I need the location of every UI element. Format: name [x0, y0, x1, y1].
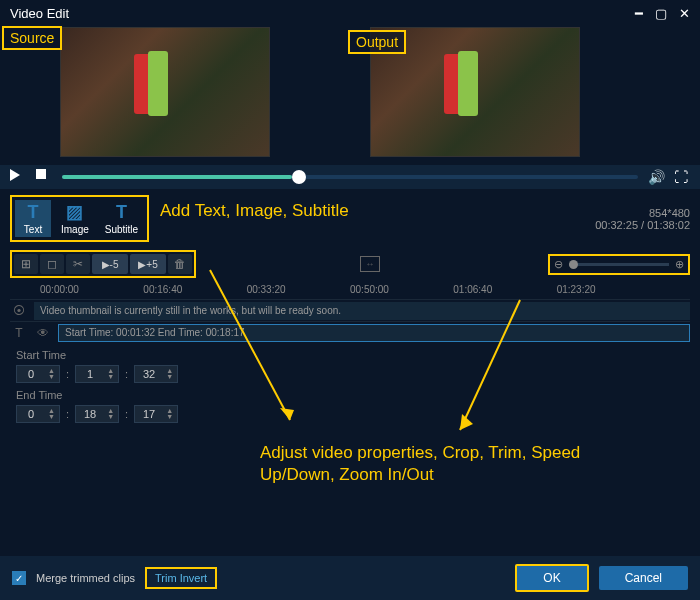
ok-button[interactable]: OK: [515, 564, 588, 592]
start-time-label: Start Time: [16, 349, 684, 361]
crop-button[interactable]: ◻: [40, 254, 64, 274]
start-hour-spinner[interactable]: ▲▼: [16, 365, 60, 383]
properties-button[interactable]: ⊞: [14, 254, 38, 274]
tick: 00:50:00: [350, 284, 453, 295]
tool-row: T Text ▨ Image T Subtitle Add Text, Imag…: [0, 189, 700, 248]
spinner-arrows[interactable]: ▲▼: [48, 408, 55, 420]
end-min-input[interactable]: [80, 408, 100, 420]
progress-slider[interactable]: [62, 175, 638, 179]
clip-track-content: Start Time: 00:01:32 End Time: 00:18:17: [58, 324, 690, 342]
text-icon: T: [21, 202, 45, 222]
end-sec-input[interactable]: [139, 408, 159, 420]
tick: 01:06:40: [453, 284, 556, 295]
play-icon: [10, 169, 20, 181]
play-button[interactable]: [10, 169, 26, 185]
zoom-group: ⊖ ⊕: [548, 254, 690, 275]
spinner-arrows[interactable]: ▲▼: [107, 368, 114, 380]
overlay-tool-group: T Text ▨ Image T Subtitle: [10, 195, 149, 242]
speed-up-button[interactable]: ▶+5: [130, 254, 166, 274]
resolution-info: 854*480 00:32:25 / 01:38:02: [595, 207, 690, 231]
source-label-annotation: Source: [2, 26, 62, 50]
spinner-arrows[interactable]: ▲▼: [166, 408, 173, 420]
end-sec-spinner[interactable]: ▲▼: [134, 405, 178, 423]
window-controls: ━ ▢ ✕: [635, 6, 690, 21]
tick: 00:16:40: [143, 284, 246, 295]
merge-clips-checkbox[interactable]: ✓: [12, 571, 26, 585]
end-hour-spinner[interactable]: ▲▼: [16, 405, 60, 423]
close-button[interactable]: ✕: [679, 6, 690, 21]
end-time-spinners: ▲▼ : ▲▼ : ▲▼: [16, 405, 684, 423]
colon: :: [66, 408, 69, 420]
image-tool-label: Image: [61, 224, 89, 235]
time-fields: Start Time ▲▼ : ▲▼ : ▲▼ End Time ▲▼ : ▲▼…: [0, 343, 700, 435]
progress-thumb[interactable]: [292, 170, 306, 184]
image-tool[interactable]: ▨ Image: [55, 200, 95, 237]
tick: 00:33:20: [247, 284, 350, 295]
maximize-button[interactable]: ▢: [655, 6, 667, 21]
colon: :: [125, 408, 128, 420]
end-hour-input[interactable]: [21, 408, 41, 420]
annotation-adjust: Adjust video properties, Crop, Trim, Spe…: [260, 442, 590, 486]
video-track-content: Video thumbnail is currently still in th…: [34, 302, 690, 320]
volume-icon[interactable]: 🔊: [648, 169, 664, 185]
timeline-ruler: 00:00:00 00:16:40 00:33:20 00:50:00 01:0…: [0, 280, 700, 299]
colon: :: [125, 368, 128, 380]
start-time-spinners: ▲▼ : ▲▼ : ▲▼: [16, 365, 684, 383]
tick: 00:00:00: [40, 284, 143, 295]
video-track-icon: ⦿: [10, 304, 28, 318]
subtitle-tool-label: Subtitle: [105, 224, 138, 235]
spinner-arrows[interactable]: ▲▼: [166, 368, 173, 380]
end-time-label: End Time: [16, 389, 684, 401]
fullscreen-icon[interactable]: ⛶: [674, 169, 690, 185]
clip-track[interactable]: T 👁 Start Time: 00:01:32 End Time: 00:18…: [10, 321, 690, 343]
tick: 01:23:20: [557, 284, 660, 295]
clip-track-icon: T: [10, 326, 28, 340]
zoom-in-icon[interactable]: ⊕: [675, 258, 684, 271]
source-preview: [60, 27, 270, 157]
end-time-group: End Time ▲▼ : ▲▼ : ▲▼: [16, 389, 684, 423]
end-min-spinner[interactable]: ▲▼: [75, 405, 119, 423]
timecode-text: 00:32:25 / 01:38:02: [595, 219, 690, 231]
stop-icon: [36, 169, 46, 179]
speed-down-button[interactable]: ▶-5: [92, 254, 128, 274]
resolution-text: 854*480: [595, 207, 690, 219]
bottom-bar: ✓ Merge trimmed clips Trim Invert OK Can…: [0, 556, 700, 600]
cancel-button[interactable]: Cancel: [599, 566, 688, 590]
image-icon: ▨: [63, 202, 87, 222]
start-time-group: Start Time ▲▼ : ▲▼ : ▲▼: [16, 349, 684, 383]
video-track[interactable]: ⦿ Video thumbnail is currently still in …: [10, 299, 690, 321]
output-label-annotation: Output: [348, 30, 406, 54]
trim-button[interactable]: ✂: [66, 254, 90, 274]
text-tool-label: Text: [24, 224, 42, 235]
visibility-icon[interactable]: 👁: [34, 326, 52, 340]
start-sec-input[interactable]: [139, 368, 159, 380]
start-min-spinner[interactable]: ▲▼: [75, 365, 119, 383]
start-sec-spinner[interactable]: ▲▼: [134, 365, 178, 383]
start-min-input[interactable]: [80, 368, 100, 380]
delete-button[interactable]: 🗑: [168, 254, 192, 274]
annotation-add-overlay: Add Text, Image, Subtitle: [160, 201, 349, 221]
playback-bar: 🔊 ⛶: [0, 165, 700, 189]
zoom-out-icon[interactable]: ⊖: [554, 258, 563, 271]
spinner-arrows[interactable]: ▲▼: [48, 368, 55, 380]
window-title: Video Edit: [10, 6, 69, 21]
stop-button[interactable]: [36, 169, 52, 185]
subtitle-tool[interactable]: T Subtitle: [99, 200, 144, 237]
colon: :: [66, 368, 69, 380]
timeline-tracks: ⦿ Video thumbnail is currently still in …: [0, 299, 700, 343]
fit-view-button[interactable]: ↔: [360, 256, 380, 272]
merge-clips-label: Merge trimmed clips: [36, 572, 135, 584]
zoom-thumb[interactable]: [569, 260, 578, 269]
start-hour-input[interactable]: [21, 368, 41, 380]
progress-fill: [62, 175, 292, 179]
subtitle-icon: T: [109, 202, 133, 222]
trim-invert-button[interactable]: Trim Invert: [145, 567, 217, 589]
edit-toolbar: ⊞ ◻ ✂ ▶-5 ▶+5 🗑 ↔ ⊖ ⊕: [0, 248, 700, 280]
text-tool[interactable]: T Text: [15, 200, 51, 237]
zoom-slider[interactable]: [569, 263, 669, 266]
spinner-arrows[interactable]: ▲▼: [107, 408, 114, 420]
minimize-button[interactable]: ━: [635, 6, 643, 21]
edit-tool-group: ⊞ ◻ ✂ ▶-5 ▶+5 🗑: [10, 250, 196, 278]
titlebar: Video Edit ━ ▢ ✕: [0, 0, 700, 27]
